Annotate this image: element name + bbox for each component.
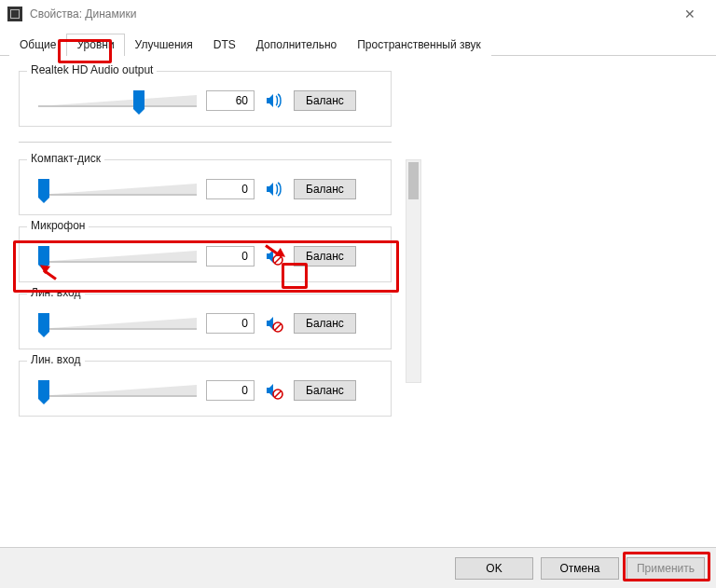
apply-button[interactable]: Применить — [626, 557, 705, 580]
group-cd: Компакт-диск Баланс — [19, 159, 392, 215]
output-slider[interactable] — [38, 89, 197, 113]
linein-1-value[interactable] — [206, 313, 255, 334]
separator — [19, 142, 392, 143]
tab-spatial-sound[interactable]: Пространственный звук — [347, 34, 491, 56]
tab-dts[interactable]: DTS — [203, 34, 246, 56]
microphone-row: Баланс — [29, 244, 381, 268]
levels-panel: Realtek HD Audio output Баланс Компакт-д… — [0, 56, 716, 540]
speaker-icon[interactable] — [264, 90, 284, 111]
group-microphone: Микрофон Баланс — [19, 226, 392, 282]
tab-levels[interactable]: Уровни — [66, 34, 124, 56]
tab-enhancements[interactable]: Улучшения — [125, 34, 203, 56]
group-linein-2-label: Лин. вход — [27, 353, 85, 366]
svg-line-5 — [275, 391, 282, 398]
group-cd-label: Компакт-диск — [27, 152, 104, 165]
output-value[interactable] — [206, 90, 255, 111]
speaker-muted-icon[interactable] — [264, 246, 284, 267]
linein-1-row: Баланс — [29, 311, 381, 335]
speaker-muted-icon[interactable] — [264, 313, 284, 334]
svg-line-3 — [275, 324, 282, 331]
group-microphone-label: Микрофон — [27, 219, 89, 232]
group-linein-2: Лин. вход Баланс — [19, 361, 392, 417]
tab-strip: Общие Уровни Улучшения DTS Дополнительно… — [0, 34, 716, 56]
linein-2-value[interactable] — [206, 380, 255, 401]
cd-slider[interactable] — [38, 177, 197, 201]
close-button[interactable]: ✕ — [671, 7, 709, 21]
linein-1-slider[interactable] — [38, 311, 197, 335]
app-icon — [7, 7, 22, 21]
scrollbar-thumb[interactable] — [408, 162, 419, 199]
ok-button[interactable]: OK — [455, 557, 533, 580]
cd-row: Баланс — [29, 177, 381, 201]
microphone-value[interactable] — [206, 246, 255, 267]
tab-general[interactable]: Общие — [9, 34, 66, 56]
dialog-footer: OK Отмена Применить — [0, 547, 716, 588]
svg-line-1 — [275, 257, 282, 264]
inputs-scroll-region: Компакт-диск Баланс Микрофон — [19, 159, 421, 417]
speaker-icon[interactable] — [264, 179, 284, 199]
group-output-label: Realtek HD Audio output — [27, 63, 157, 76]
linein-2-slider[interactable] — [38, 378, 197, 403]
scrollbar[interactable] — [406, 159, 421, 383]
linein-2-row: Баланс — [29, 378, 381, 403]
output-balance-button[interactable]: Баланс — [294, 90, 356, 111]
group-linein-1-label: Лин. вход — [27, 286, 85, 299]
output-row: Баланс — [29, 89, 381, 113]
group-linein-1: Лин. вход Баланс — [19, 294, 392, 349]
cd-value[interactable] — [206, 179, 255, 199]
linein-2-balance-button[interactable]: Баланс — [294, 380, 356, 401]
group-output: Realtek HD Audio output Баланс — [19, 71, 392, 127]
window-title: Свойства: Динамики — [30, 7, 136, 21]
microphone-slider[interactable] — [38, 244, 197, 268]
cancel-button[interactable]: Отмена — [541, 557, 619, 580]
cd-balance-button[interactable]: Баланс — [294, 179, 356, 199]
speaker-muted-icon[interactable] — [264, 380, 284, 401]
linein-1-balance-button[interactable]: Баланс — [294, 313, 356, 334]
tab-advanced[interactable]: Дополнительно — [246, 34, 347, 56]
title-bar: Свойства: Динамики ✕ — [0, 0, 716, 28]
microphone-balance-button[interactable]: Баланс — [294, 246, 356, 267]
